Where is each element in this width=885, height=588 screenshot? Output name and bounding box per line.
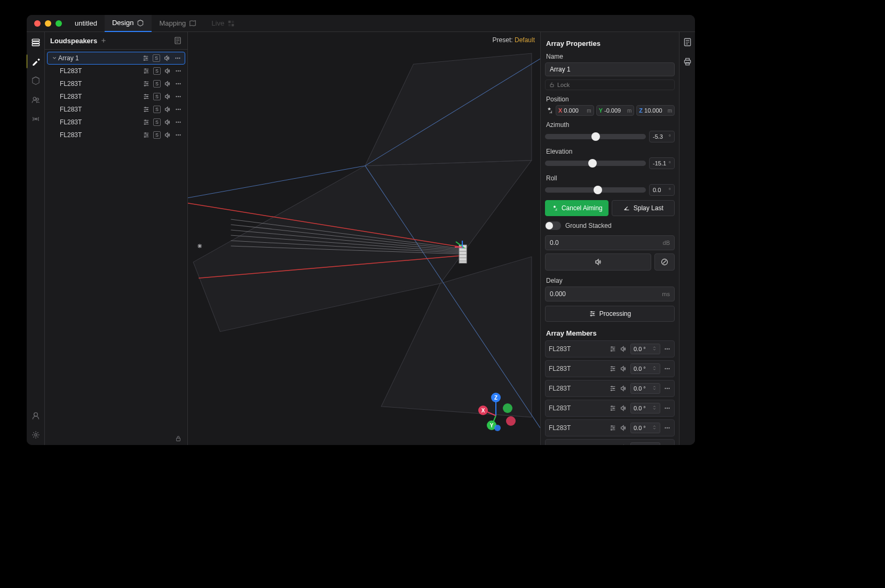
member-row[interactable]: FL283T0.0 °	[545, 419, 675, 436]
member-row[interactable]: FL283T0.0 °	[545, 439, 675, 445]
sliders-icon[interactable]	[609, 444, 617, 445]
sliders-icon[interactable]	[143, 106, 150, 113]
speaker-icon[interactable]	[164, 131, 171, 139]
broadcast-icon[interactable]	[31, 114, 41, 124]
solo-button[interactable]: S	[153, 106, 161, 113]
more-icon[interactable]	[663, 424, 671, 432]
solo-button[interactable]: S	[153, 131, 161, 139]
tree-item[interactable]: FL283TS	[47, 77, 185, 90]
minimize-window-button[interactable]	[45, 20, 51, 27]
sliders-icon[interactable]	[609, 404, 617, 412]
gizmo-z[interactable]: Z	[491, 393, 501, 402]
tab-untitled[interactable]: untitled	[67, 15, 105, 32]
tab-design[interactable]: Design	[105, 15, 152, 32]
stepper-icon[interactable]	[652, 425, 657, 430]
speaker-icon[interactable]	[620, 345, 627, 353]
lock-icon[interactable]	[175, 435, 182, 442]
cube-icon[interactable]	[31, 76, 41, 85]
lock-row[interactable]: Lock	[545, 80, 675, 90]
tree-item[interactable]: FL283TS	[47, 103, 185, 116]
user-icon[interactable]	[31, 411, 41, 420]
stepper-icon[interactable]	[652, 365, 657, 371]
page-icon[interactable]	[683, 37, 692, 47]
more-icon[interactable]	[663, 444, 671, 445]
member-angle-input[interactable]: 0.0 °	[630, 423, 660, 433]
brush-icon[interactable]	[31, 57, 41, 66]
roll-input[interactable]: 0.0°	[649, 184, 675, 196]
stepper-icon[interactable]	[652, 405, 657, 410]
sliders-icon[interactable]	[143, 93, 150, 100]
azimuth-slider[interactable]	[545, 134, 646, 139]
more-icon[interactable]	[175, 131, 182, 139]
sliders-icon[interactable]	[143, 80, 150, 88]
speaker-icon[interactable]	[620, 424, 627, 432]
gain-input[interactable]: 0.0dB	[545, 235, 675, 250]
speaker-icon[interactable]	[164, 67, 171, 75]
more-icon[interactable]	[175, 93, 182, 100]
member-angle-input[interactable]: 0.0 °	[630, 403, 660, 414]
phase-button[interactable]	[654, 253, 675, 271]
solo-button[interactable]: S	[153, 67, 161, 75]
tree-item[interactable]: FL283TS	[47, 116, 185, 129]
more-icon[interactable]	[663, 385, 671, 392]
elevation-input[interactable]: -15.1°	[649, 157, 675, 169]
tab-live[interactable]: Live	[204, 15, 242, 32]
more-icon[interactable]	[175, 80, 182, 88]
speaker-icon[interactable]	[620, 444, 627, 445]
member-row[interactable]: FL283T0.0 °	[545, 360, 675, 377]
more-icon[interactable]	[663, 365, 671, 372]
maximize-window-button[interactable]	[56, 20, 62, 27]
speaker-icon[interactable]	[164, 80, 171, 88]
cancel-aiming-button[interactable]: Cancel Aiming	[545, 200, 609, 216]
member-row[interactable]: FL283T0.0 °	[545, 400, 675, 417]
solo-button[interactable]: S	[153, 54, 160, 62]
print-icon[interactable]	[683, 57, 692, 66]
axis-gizmo[interactable]: Z X Y	[477, 392, 515, 429]
pick-position-icon[interactable]	[545, 106, 554, 115]
sliders-icon[interactable]	[609, 385, 617, 392]
more-icon[interactable]	[663, 345, 671, 353]
speaker-icon[interactable]	[620, 404, 627, 412]
chevron-down-icon[interactable]	[51, 54, 58, 62]
more-icon[interactable]	[175, 118, 182, 126]
sliders-icon[interactable]	[143, 67, 150, 75]
pos-x-input[interactable]: X0.000m	[556, 105, 594, 116]
add-loudspeaker-button[interactable]	[100, 37, 107, 44]
processing-button[interactable]: Processing	[545, 306, 675, 322]
pos-y-input[interactable]: Y-0.009m	[596, 105, 635, 116]
gizmo-neg-y[interactable]	[503, 403, 512, 413]
sliders-icon[interactable]	[143, 118, 150, 126]
member-angle-input[interactable]: 0.0 °	[630, 363, 660, 374]
sliders-icon[interactable]	[609, 365, 617, 372]
speaker-icon[interactable]	[620, 365, 627, 372]
stepper-icon[interactable]	[652, 385, 657, 391]
ground-stacked-toggle[interactable]	[545, 221, 561, 230]
azimuth-input[interactable]: -5.3°	[649, 131, 675, 142]
page-icon[interactable]	[173, 36, 182, 45]
delay-input[interactable]: 0.000ms	[545, 287, 675, 301]
more-icon[interactable]	[175, 106, 182, 113]
solo-button[interactable]: S	[153, 118, 161, 126]
solo-button[interactable]: S	[153, 80, 161, 88]
close-window-button[interactable]	[34, 20, 41, 27]
gizmo-x[interactable]: X	[478, 406, 488, 415]
solo-button[interactable]: S	[153, 93, 161, 100]
member-row[interactable]: FL283T0.0 °	[545, 380, 675, 397]
name-input[interactable]	[545, 62, 675, 76]
tab-mapping[interactable]: Mapping	[152, 15, 204, 32]
speaker-icon[interactable]	[164, 106, 171, 113]
sliders-icon[interactable]	[142, 54, 149, 62]
roll-slider[interactable]	[545, 187, 646, 193]
more-icon[interactable]	[663, 404, 671, 412]
pos-z-input[interactable]: Z10.000m	[636, 105, 675, 116]
gizmo-neg-x[interactable]	[506, 416, 516, 426]
member-angle-input[interactable]: 0.0 °	[630, 442, 660, 445]
splay-last-button[interactable]: Splay Last	[612, 200, 675, 216]
stack-icon[interactable]	[31, 37, 41, 47]
member-angle-input[interactable]: 0.0 °	[630, 344, 660, 354]
tree-group[interactable]: Array 1S	[47, 52, 185, 65]
stepper-icon[interactable]	[652, 346, 657, 351]
sliders-icon[interactable]	[609, 345, 617, 353]
gizmo-neg-z[interactable]	[494, 425, 501, 431]
sliders-icon[interactable]	[143, 131, 150, 139]
